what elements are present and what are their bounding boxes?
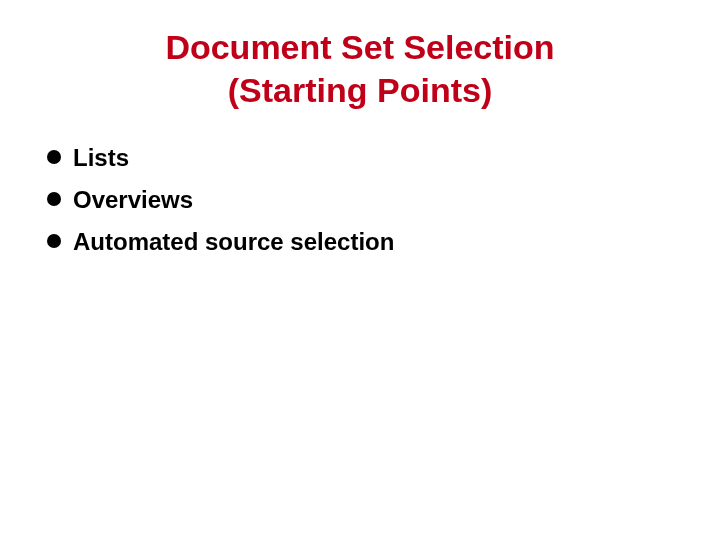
slide: Document Set Selection (Starting Points)… bbox=[0, 0, 720, 540]
list-item: Overviews bbox=[45, 185, 675, 215]
slide-title: Document Set Selection (Starting Points) bbox=[45, 26, 675, 111]
bullet-text: Lists bbox=[73, 144, 129, 171]
title-line-2: (Starting Points) bbox=[228, 71, 492, 109]
list-item: Lists bbox=[45, 143, 675, 173]
bullet-text: Automated source selection bbox=[73, 228, 394, 255]
bullet-list: Lists Overviews Automated source selecti… bbox=[45, 143, 675, 257]
list-item: Automated source selection bbox=[45, 227, 675, 257]
bullet-text: Overviews bbox=[73, 186, 193, 213]
title-line-1: Document Set Selection bbox=[165, 28, 554, 66]
